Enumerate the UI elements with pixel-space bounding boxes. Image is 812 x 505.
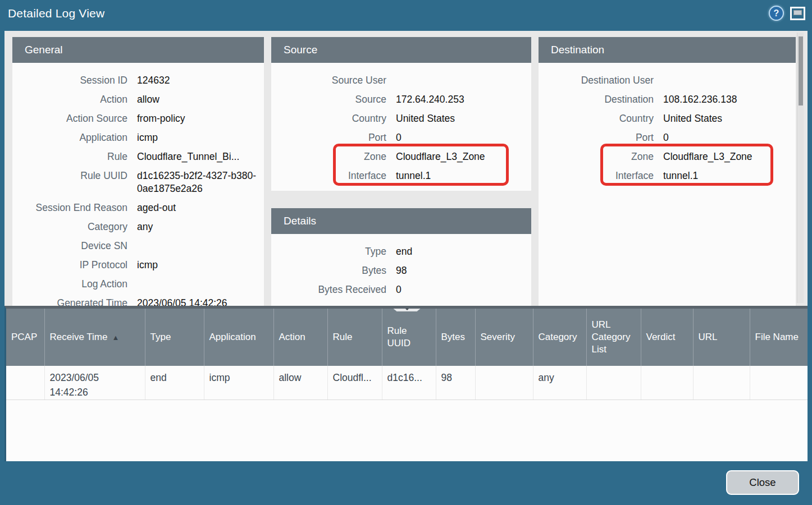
column-header-url[interactable]: URL — [693, 309, 750, 366]
column-header-bytes[interactable]: Bytes — [436, 309, 475, 366]
field-label: Bytes — [271, 264, 386, 277]
destination-panel-body: Destination UserDestination108.162.236.1… — [539, 63, 796, 306]
field-value: 2023/06/05 14:42:26 — [137, 297, 264, 306]
field-value: aged-out — [137, 201, 264, 214]
field-value: icmp — [137, 131, 264, 144]
field-label: Destination — [539, 93, 654, 106]
field-label: Type — [271, 245, 386, 258]
general-field-log-action: Log Action — [12, 274, 264, 293]
field-value: tunnel.1 — [663, 169, 796, 182]
column-header-label: Action — [279, 332, 305, 342]
log-cell-severity — [475, 366, 533, 400]
column-header-url-category-list[interactable]: URL Category List — [586, 309, 641, 366]
log-cell-url — [693, 366, 750, 400]
column-header-label: Rule UUID — [387, 325, 411, 348]
column-header-file-name[interactable]: File Name — [750, 309, 808, 366]
column-header-label: Bytes — [441, 332, 466, 342]
field-value: Cloudflare_L3_Zone — [396, 150, 531, 163]
source-field-source: Source172.64.240.253 — [271, 90, 531, 109]
column-header-label: File Name — [755, 332, 799, 342]
collapse-arrow-icon — [404, 307, 410, 310]
field-label: Rule UUID — [12, 169, 127, 195]
source-field-zone: ZoneCloudflare_L3_Zone — [271, 147, 531, 166]
details-panel-body: TypeendBytes98Bytes Received0 — [271, 234, 531, 306]
field-label: Action Source — [12, 112, 127, 125]
vertical-scrollbar — [797, 33, 804, 303]
close-button[interactable]: Close — [726, 470, 799, 495]
scrollbar-thumb[interactable] — [799, 36, 803, 105]
general-panel-header: General — [12, 37, 264, 63]
field-label: Port — [271, 131, 386, 144]
field-value: 0 — [396, 131, 531, 144]
column-header-label: URL — [699, 332, 718, 342]
general-field-generated-time: Generated Time2023/06/05 14:42:26 — [12, 293, 264, 306]
field-value: 98 — [396, 264, 531, 277]
field-label: Interface — [271, 169, 386, 182]
log-table: PCAPReceive Time▲TypeApplicationActionRu… — [6, 309, 808, 400]
field-label: Action — [12, 93, 127, 106]
column-header-label: Receive Time — [50, 332, 108, 342]
source-panel-header: Source — [271, 37, 531, 63]
maximize-window-icon[interactable] — [790, 7, 805, 20]
field-value: Cloudflare_L3_Zone — [663, 150, 796, 163]
column-header-rule[interactable]: Rule — [327, 309, 382, 366]
general-field-category: Categoryany — [12, 217, 264, 236]
column-header-severity[interactable]: Severity — [475, 309, 533, 366]
log-cell-bytes: 98 — [436, 366, 475, 400]
log-table-region: PCAPReceive Time▲TypeApplicationActionRu… — [4, 306, 808, 461]
destination-field-port: Port0 — [539, 128, 796, 147]
general-field-ip-protocol: IP Protocolicmp — [12, 255, 264, 274]
general-panel-body: Session ID124632ActionallowAction Source… — [12, 63, 264, 306]
destination-field-destination-user: Destination User — [539, 71, 796, 90]
field-label: Port — [539, 131, 654, 144]
column-header-receive-time[interactable]: Receive Time▲ — [44, 309, 145, 366]
column-header-label: URL Category List — [592, 319, 631, 355]
log-cell-file-name — [750, 366, 808, 400]
field-value: 0 — [663, 131, 796, 144]
field-label: Device SN — [12, 240, 127, 252]
log-table-header-row: PCAPReceive Time▲TypeApplicationActionRu… — [6, 309, 808, 366]
field-label: Country — [271, 112, 386, 125]
column-header-label: Severity — [481, 332, 515, 342]
column-header-application[interactable]: Application — [204, 309, 273, 366]
column-header-rule-uuid[interactable]: Rule UUID — [382, 309, 436, 366]
general-field-action: Actionallow — [12, 90, 264, 109]
help-icon[interactable]: ? — [769, 6, 784, 21]
general-field-rule: RuleCloudflare_Tunnel_Bi... — [12, 147, 264, 166]
column-header-action[interactable]: Action — [273, 309, 327, 366]
general-column: General Session ID124632ActionallowActio… — [12, 37, 264, 306]
log-cell-rule-uuid: d1c16... — [382, 366, 436, 400]
field-value: icmp — [137, 259, 264, 272]
window-icon-inner — [793, 10, 802, 15]
field-label: Bytes Received — [271, 283, 386, 296]
dialog-titlebar: Detailed Log View ? — [0, 0, 812, 26]
field-value: United States — [663, 112, 796, 125]
details-field-type: Typeend — [271, 242, 531, 261]
column-header-label: Application — [209, 332, 256, 342]
log-cell-type: end — [145, 366, 204, 400]
log-table-row[interactable]: 2023/06/05 14:42:26endicmpallowCloudfl..… — [6, 366, 808, 400]
destination-panel-header: Destination — [539, 37, 796, 63]
log-cell-rule: Cloudfl... — [327, 366, 382, 400]
column-header-verdict[interactable]: Verdict — [641, 309, 693, 366]
destination-field-zone: ZoneCloudflare_L3_Zone — [539, 147, 796, 166]
sort-arrow-icon: ▲ — [112, 333, 119, 342]
field-value: d1c16235-b2f2-4327-b380-0ae1875e2a26 — [137, 169, 264, 195]
source-panel: Source Source UserSource172.64.240.253Co… — [271, 37, 531, 191]
destination-panel: Destination Destination UserDestination1… — [539, 37, 796, 306]
field-label: Source User — [271, 74, 386, 87]
log-cell-action: allow — [273, 366, 327, 400]
destination-field-country: CountryUnited States — [539, 109, 796, 128]
log-cell-url-category-list — [586, 366, 641, 400]
log-detail-region: General Session ID124632ActionallowActio… — [4, 31, 808, 306]
field-value: 172.64.240.253 — [396, 93, 531, 106]
field-value: any — [137, 221, 264, 233]
field-value: 124632 — [137, 74, 264, 87]
log-cell-verdict — [641, 366, 693, 400]
column-header-pcap[interactable]: PCAP — [6, 309, 44, 366]
field-value — [137, 278, 264, 291]
column-header-type[interactable]: Type — [145, 309, 204, 366]
field-label: Rule — [12, 150, 127, 163]
column-header-category[interactable]: Category — [533, 309, 586, 366]
field-value — [663, 74, 796, 87]
